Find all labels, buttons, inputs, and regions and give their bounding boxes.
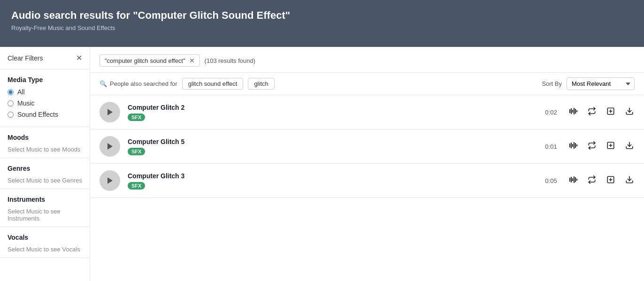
waveform-icon-1[interactable] bbox=[568, 107, 578, 118]
also-searched-text: People also searched for bbox=[110, 80, 177, 87]
play-button-3[interactable] bbox=[100, 170, 120, 191]
media-type-all[interactable]: All bbox=[8, 88, 82, 96]
sfx-badge-1: SFX bbox=[128, 114, 145, 121]
also-searched-inner: 🔍 People also searched for glitch sound … bbox=[100, 78, 542, 90]
suggestion-tag-glitch-sound-effect[interactable]: glitch sound effect bbox=[182, 78, 244, 90]
track-actions-2 bbox=[568, 141, 635, 152]
add-to-project-icon-3[interactable] bbox=[606, 175, 616, 186]
track-duration-2: 0:01 bbox=[542, 143, 560, 150]
track-duration-3: 0:05 bbox=[542, 177, 560, 184]
genres-section: Genres Select Music to see Genres bbox=[0, 158, 90, 189]
track-actions-3 bbox=[568, 175, 635, 186]
content-area: "computer glitch sound effect" ✕ (103 re… bbox=[90, 47, 644, 281]
loop-icon-3[interactable] bbox=[587, 175, 597, 186]
download-icon-1[interactable] bbox=[624, 107, 635, 118]
results-count: (103 results found) bbox=[205, 57, 255, 64]
track-duration-1: 0:02 bbox=[542, 109, 560, 116]
track-name-3: Computer Glitch 3 bbox=[128, 172, 534, 180]
also-searched-label: 🔍 People also searched for bbox=[100, 80, 177, 87]
sort-by-container: Sort By Most Relevant Newest Most Downlo… bbox=[542, 77, 635, 90]
vocals-section: Vocals Select Music to see Vocals bbox=[0, 227, 90, 258]
sidebar: Clear Filters ✕ Media Type All Music Sou… bbox=[0, 47, 90, 281]
track-name-1: Computer Glitch 2 bbox=[128, 104, 534, 111]
instruments-section: Instruments Select Music to see Instrume… bbox=[0, 189, 90, 227]
moods-placeholder: Select Music to see Moods bbox=[8, 146, 82, 153]
sort-select[interactable]: Most Relevant Newest Most Downloaded bbox=[567, 77, 635, 90]
vocals-placeholder: Select Music to see Vocals bbox=[8, 246, 82, 253]
download-icon-2[interactable] bbox=[624, 141, 635, 152]
svg-marker-0 bbox=[107, 109, 113, 115]
moods-title: Moods bbox=[8, 134, 82, 141]
header: Audio search results for "Computer Glitc… bbox=[0, 0, 644, 47]
play-button-1[interactable] bbox=[100, 102, 120, 122]
media-type-music[interactable]: Music bbox=[8, 99, 82, 107]
active-filter-tag[interactable]: "computer glitch sound effect" ✕ bbox=[100, 54, 200, 67]
media-type-sfx[interactable]: Sound Effects bbox=[8, 111, 82, 118]
media-type-sfx-radio[interactable] bbox=[8, 112, 14, 118]
media-type-title: Media Type bbox=[8, 76, 82, 84]
clear-filters-label: Clear Filters bbox=[8, 54, 43, 62]
main-layout: Clear Filters ✕ Media Type All Music Sou… bbox=[0, 47, 644, 281]
filter-remove-icon[interactable]: ✕ bbox=[189, 57, 195, 64]
sfx-badge-2: SFX bbox=[128, 148, 145, 155]
table-row: Computer Glitch 3 SFX 0:05 bbox=[90, 164, 644, 198]
search-icon: 🔍 bbox=[100, 80, 107, 87]
play-icon-2 bbox=[107, 143, 113, 150]
table-row: Computer Glitch 5 SFX 0:01 bbox=[90, 129, 644, 164]
loop-icon-2[interactable] bbox=[587, 141, 597, 152]
moods-section: Moods Select Music to see Moods bbox=[0, 127, 90, 158]
media-type-all-radio[interactable] bbox=[8, 89, 14, 95]
header-title: Audio search results for "Computer Glitc… bbox=[11, 9, 633, 22]
play-icon-3 bbox=[107, 177, 113, 184]
svg-marker-26 bbox=[107, 177, 113, 184]
vocals-title: Vocals bbox=[8, 234, 82, 241]
waveform-icon-3[interactable] bbox=[568, 175, 578, 186]
filter-bar: "computer glitch sound effect" ✕ (103 re… bbox=[90, 47, 644, 73]
sort-by-label: Sort By bbox=[542, 80, 562, 87]
close-icon[interactable]: ✕ bbox=[76, 53, 82, 62]
play-icon-1 bbox=[107, 108, 113, 116]
track-actions-1 bbox=[568, 107, 635, 118]
clear-filters-button[interactable]: Clear Filters ✕ bbox=[0, 47, 90, 69]
instruments-title: Instruments bbox=[8, 196, 82, 203]
track-name-2: Computer Glitch 5 bbox=[128, 138, 534, 145]
track-list: Computer Glitch 2 SFX 0:02 bbox=[90, 95, 644, 198]
loop-icon-1[interactable] bbox=[587, 107, 597, 118]
table-row: Computer Glitch 2 SFX 0:02 bbox=[90, 95, 644, 129]
svg-marker-13 bbox=[107, 143, 113, 150]
track-info-1: Computer Glitch 2 SFX bbox=[128, 104, 534, 121]
add-to-project-icon-1[interactable] bbox=[606, 107, 616, 118]
media-type-radio-group: All Music Sound Effects bbox=[8, 88, 82, 118]
download-icon-3[interactable] bbox=[624, 175, 635, 186]
media-type-music-radio[interactable] bbox=[8, 100, 14, 106]
media-type-section: Media Type All Music Sound Effects bbox=[0, 69, 90, 127]
waveform-icon-2[interactable] bbox=[568, 141, 578, 152]
add-to-project-icon-2[interactable] bbox=[606, 141, 616, 152]
also-searched-row: 🔍 People also searched for glitch sound … bbox=[90, 73, 644, 95]
active-filter-text: "computer glitch sound effect" bbox=[105, 57, 185, 64]
genres-title: Genres bbox=[8, 165, 82, 172]
instruments-placeholder: Select Music to see Instruments bbox=[8, 208, 82, 222]
play-button-2[interactable] bbox=[100, 136, 120, 157]
suggestion-tag-glitch[interactable]: glitch bbox=[248, 78, 274, 90]
sfx-badge-3: SFX bbox=[128, 182, 145, 190]
track-info-3: Computer Glitch 3 SFX bbox=[128, 172, 534, 190]
genres-placeholder: Select Music to see Genres bbox=[8, 177, 82, 184]
header-subtitle: Royalty-Free Music and Sound Effects bbox=[11, 24, 633, 31]
track-info-2: Computer Glitch 5 SFX bbox=[128, 138, 534, 155]
